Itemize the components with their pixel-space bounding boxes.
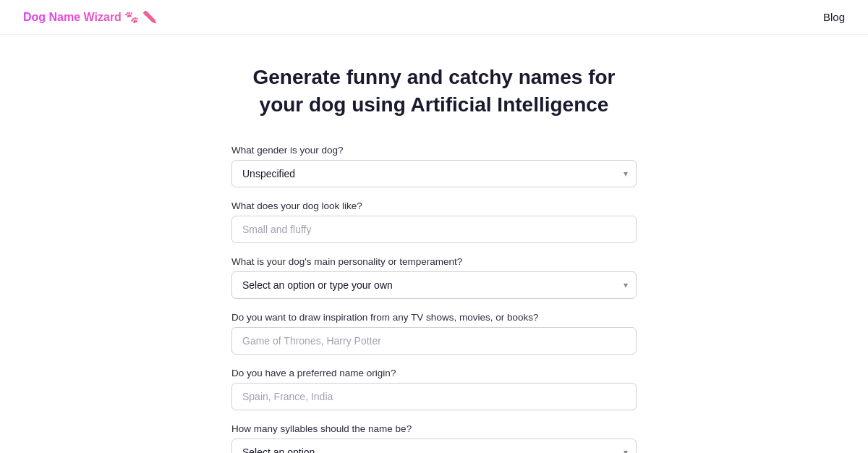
inspiration-label: Do you want to draw inspiration from any… xyxy=(231,312,637,323)
syllables-label: How many syllables should the name be? xyxy=(231,423,637,434)
origin-input[interactable] xyxy=(231,383,637,410)
gender-group: What gender is your dog? Unspecified Mal… xyxy=(231,145,637,187)
personality-select-wrapper: Select an option or type your own Playfu… xyxy=(231,271,637,299)
origin-label: Do you have a preferred name origin? xyxy=(231,368,637,378)
look-label: What does your dog look like? xyxy=(231,200,637,211)
look-input[interactable] xyxy=(231,216,637,243)
syllables-group: How many syllables should the name be? S… xyxy=(231,423,637,453)
syllables-select-wrapper: Select an option 1 2 3 4+ ▾ xyxy=(231,439,637,453)
page-title: Generate funny and catchy names for your… xyxy=(231,64,637,119)
header: Dog Name Wizard 🐾 ✏️ Blog xyxy=(0,0,868,35)
syllables-select[interactable]: Select an option 1 2 3 4+ xyxy=(231,439,637,453)
nav: Blog xyxy=(823,11,845,23)
personality-group: What is your dog's main personality or t… xyxy=(231,256,637,299)
gender-label: What gender is your dog? xyxy=(231,145,637,156)
inspiration-input[interactable] xyxy=(231,327,637,355)
blog-link[interactable]: Blog xyxy=(823,11,845,23)
origin-group: Do you have a preferred name origin? xyxy=(231,368,637,410)
personality-label: What is your dog's main personality or t… xyxy=(231,256,637,267)
gender-select[interactable]: Unspecified Male Female xyxy=(231,160,637,187)
logo[interactable]: Dog Name Wizard 🐾 ✏️ xyxy=(23,10,157,24)
gender-select-wrapper: Unspecified Male Female ▾ xyxy=(231,160,637,187)
main-content: Generate funny and catchy names for your… xyxy=(217,35,651,453)
look-group: What does your dog look like? xyxy=(231,200,637,243)
personality-select[interactable]: Select an option or type your own Playfu… xyxy=(231,271,637,299)
inspiration-group: Do you want to draw inspiration from any… xyxy=(231,312,637,355)
